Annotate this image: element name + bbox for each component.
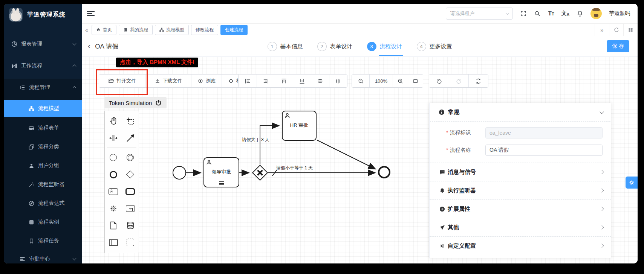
menu-fold-icon[interactable] [87, 11, 95, 16]
hand-tool[interactable] [105, 113, 122, 129]
section-execution-listener[interactable]: 执行监听器 [430, 181, 611, 199]
fullscreen-icon[interactable] [520, 10, 527, 17]
section-extended-attributes[interactable]: 扩展属性 [430, 199, 611, 218]
bookmark-icon [29, 238, 34, 244]
bell-icon[interactable] [577, 10, 583, 17]
step-basic-info[interactable]: 1 基本信息 [268, 42, 303, 51]
sidebar-item-process-instance[interactable]: 流程实例 [4, 213, 82, 231]
field-process-key: *流程标识 [446, 127, 603, 139]
tenant-select[interactable]: 请选择租户 [446, 8, 513, 20]
power-toggle-icon [155, 99, 162, 107]
user-icon [29, 163, 34, 169]
process-key-input[interactable] [485, 127, 603, 139]
chevron-up-icon [73, 65, 76, 68]
sidebar-item-process-expression[interactable]: 流程表达式 [4, 195, 82, 212]
sidebar-item-process-mgmt[interactable]: 流程管理 [4, 79, 82, 96]
process-name-input[interactable] [485, 145, 603, 156]
sidebar: 报表管理 工作流程 流程管理 流程模型 流程表单 流程分类 用户分组 [4, 4, 82, 263]
start-event[interactable] [173, 166, 186, 180]
scroll-left-icon[interactable]: « [82, 27, 92, 33]
chevron-right-icon [600, 207, 604, 211]
tab-create-process[interactable]: 创建流程 [220, 25, 248, 35]
font-size-icon[interactable]: TT [548, 10, 554, 17]
app-logo: 芋道管理系统 [4, 4, 82, 26]
search-icon[interactable] [534, 10, 541, 17]
chevron-right-icon [600, 225, 604, 229]
tab-process-model[interactable]: 流程模型 [155, 25, 189, 35]
logo-avatar [9, 8, 23, 21]
highlight-red-box [96, 69, 148, 95]
intermediate-event-tool[interactable] [122, 149, 139, 166]
layout-grid-icon[interactable] [623, 24, 638, 36]
sidebar-item-workflow[interactable]: 工作流程 [4, 57, 82, 75]
token-simulation-toggle[interactable]: Token Simulation [104, 97, 167, 108]
sidebar-item-process-category[interactable]: 流程分类 [4, 138, 82, 155]
chevron-right-icon [600, 188, 604, 192]
sidebar-item-process-task[interactable]: 流程任务 [4, 232, 82, 250]
app-title: 芋道管理系统 [27, 11, 66, 19]
task-leader-approve[interactable]: 领导审批 [203, 157, 239, 187]
chevron-down-icon [73, 257, 76, 260]
home-icon [96, 27, 101, 32]
tenant-placeholder: 请选择租户 [450, 10, 474, 17]
panel-general-header[interactable]: 常规 [430, 103, 611, 121]
step-form-design[interactable]: 2 表单设计 [317, 42, 353, 51]
back-icon[interactable]: ‹ [88, 42, 90, 50]
gateway-x-icon [252, 164, 268, 181]
end-event-tool[interactable] [105, 166, 122, 183]
sidebar-item-approve-center[interactable]: 审批中心 [4, 250, 82, 263]
user-name[interactable]: 芋道源码 [609, 10, 630, 17]
lasso-tool[interactable] [122, 113, 139, 129]
section-custom-config[interactable]: 自定义配置 [430, 236, 611, 255]
message-icon [439, 169, 445, 175]
chevron-down-icon [600, 110, 604, 114]
info-icon [439, 109, 445, 115]
import-hint-annotation: 点击，导入 BPMN XML 文件! [116, 58, 198, 67]
end-event[interactable] [378, 166, 390, 178]
user-task-icon [285, 113, 290, 119]
model-icon [159, 27, 164, 32]
exclusive-gateway[interactable] [252, 164, 268, 181]
bpmn-canvas[interactable]: 点击，导入 BPMN XML 文件! 打开文件 下载文件 浏览 模拟 [82, 56, 638, 263]
data-object-tool[interactable] [105, 217, 122, 234]
connection-tool[interactable] [122, 129, 139, 146]
condition-label-le1: 请假小于等于 1 天 [276, 165, 313, 171]
user-avatar[interactable] [590, 8, 602, 19]
paper-plane-icon [439, 225, 445, 230]
subprocess-tool[interactable] [122, 200, 139, 217]
task-hr-approve[interactable]: HR 审批 [282, 111, 317, 141]
translate-icon[interactable]: 文A [561, 10, 569, 17]
settings-float-button[interactable] [626, 177, 638, 189]
sidebar-item-report[interactable]: 报表管理 [4, 35, 82, 53]
model-icon [29, 106, 34, 111]
sidebar-item-user-group[interactable]: 用户分组 [4, 157, 82, 174]
bpmn-palette [104, 111, 139, 253]
service-task-tool[interactable] [105, 200, 122, 217]
step-process-design[interactable]: 3 流程设计 [367, 42, 402, 51]
task-tool[interactable] [122, 183, 139, 200]
data-store-tool[interactable] [122, 217, 139, 234]
start-event-tool[interactable] [105, 149, 122, 166]
user-task-tool[interactable] [105, 183, 122, 200]
sidebar-item-process-form[interactable]: 流程表单 [4, 119, 82, 137]
gateway-tool[interactable] [122, 166, 139, 183]
magic-wand-icon [29, 182, 34, 187]
scroll-right-icon[interactable]: » [595, 24, 609, 36]
section-message-signal[interactable]: 消息与信号 [430, 163, 611, 181]
refresh-icon[interactable] [609, 24, 623, 36]
group-tool[interactable] [122, 234, 139, 251]
sidebar-item-process-listener[interactable]: 流程监听器 [4, 176, 82, 193]
step-more-settings[interactable]: 4 更多设置 [417, 42, 452, 51]
tab-edit-process[interactable]: 修改流程 [191, 25, 218, 35]
tab-home[interactable]: 首页 [92, 25, 116, 35]
section-other[interactable]: 其他 [430, 218, 611, 236]
space-tool[interactable] [105, 129, 122, 146]
pie-chart-icon [11, 41, 17, 47]
app-window: 报表管理 工作流程 流程管理 流程模型 流程表单 流程分类 用户分组 [4, 4, 638, 263]
sidebar-item-process-model[interactable]: 流程模型 [4, 100, 82, 117]
tab-bar: « 首页 我的流程 流程模型 修改流程 创建流程 » [82, 23, 638, 36]
book-icon [123, 27, 128, 32]
tab-my-process[interactable]: 我的流程 [119, 25, 153, 35]
participant-pool-tool[interactable] [105, 234, 122, 251]
save-button[interactable]: 保 存 [607, 40, 629, 52]
